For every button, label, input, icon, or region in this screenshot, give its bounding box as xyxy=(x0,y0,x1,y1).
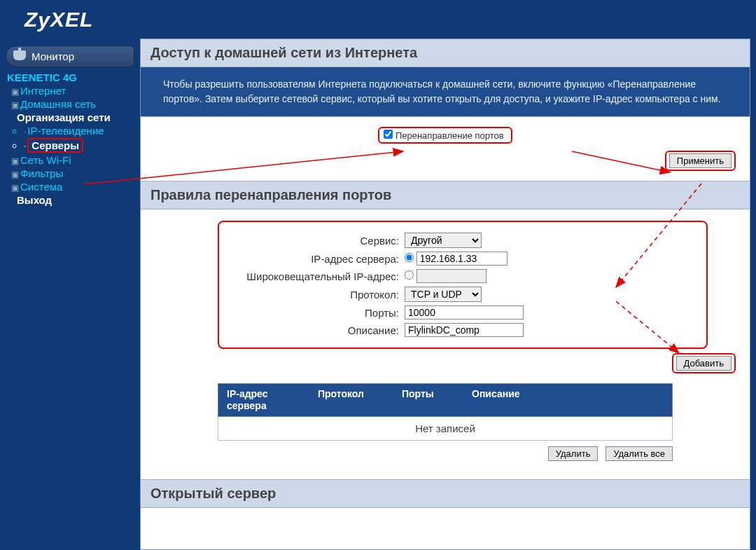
label-broadcast-ip: Широковещательный IP-адрес: xyxy=(226,270,405,282)
delete-button[interactable]: Удалить xyxy=(548,446,598,461)
port-forward-checkbox[interactable] xyxy=(384,130,393,139)
nav-home-net-label: Домашняя сеть xyxy=(20,98,96,110)
label-ports: Порты: xyxy=(226,307,405,319)
label-protocol: Протокол: xyxy=(226,289,405,301)
nav-internet-label: Интернет xyxy=(20,85,66,97)
ports-input[interactable] xyxy=(405,305,524,319)
nav-filters[interactable]: ▣Фильтры xyxy=(11,167,134,179)
server-ip-radio[interactable] xyxy=(405,253,414,262)
nav-wifi-label: Сеть Wi-Fi xyxy=(20,154,71,166)
content: Доступ к домашней сети из Интернета Чтоб… xyxy=(140,39,750,550)
th-ip: IP-адрес сервера xyxy=(218,384,309,416)
th-proto: Протокол xyxy=(309,384,393,416)
server-ip-input[interactable] xyxy=(416,252,507,266)
apply-button[interactable]: Применить xyxy=(669,153,732,168)
rules-table: IP-адрес сервера Протокол Порты Описание… xyxy=(218,383,673,441)
nav-system[interactable]: ▣Система xyxy=(11,181,134,193)
protocol-select[interactable]: TCP и UDP xyxy=(405,287,482,302)
nav-wifi[interactable]: ▣Сеть Wi-Fi xyxy=(11,154,134,166)
broadcast-ip-input xyxy=(416,269,486,283)
nav-home-net[interactable]: ▣Домашняя сеть xyxy=(11,98,134,110)
nav-iptv[interactable]: ·IP-телевидение xyxy=(24,125,134,137)
label-service: Сервис: xyxy=(226,235,405,247)
section3-title: Открытый сервер xyxy=(141,480,750,508)
nav-servers[interactable]: ·Серверы xyxy=(24,138,134,153)
label-description: Описание: xyxy=(226,324,405,336)
service-select[interactable]: Другой xyxy=(405,233,482,248)
nav-internet[interactable]: ▣Интернет xyxy=(11,85,134,97)
device-name: KEENETIC 4G xyxy=(7,71,134,83)
th-ports: Порты xyxy=(393,384,463,416)
delete-all-button[interactable]: Удалить все xyxy=(606,446,673,461)
nav-iptv-label: IP-телевидение xyxy=(27,125,104,137)
section2-title: Правила перенаправления портов xyxy=(141,181,750,209)
port-forward-label: Перенаправление портов xyxy=(396,130,504,141)
nav-servers-label: Серверы xyxy=(27,138,83,153)
brand-logo: ZyXEL xyxy=(24,8,93,32)
broadcast-ip-radio[interactable] xyxy=(405,270,414,280)
th-desc: Описание xyxy=(463,384,672,416)
label-server-ip: IP-адрес сервера: xyxy=(226,253,405,265)
description-input[interactable] xyxy=(405,323,524,337)
section1-title: Доступ к домашней сети из Интернета xyxy=(141,39,750,67)
add-button[interactable]: Добавить xyxy=(676,356,732,371)
nav-net-org[interactable]: Организация сети xyxy=(17,111,134,123)
nav-system-label: Система xyxy=(20,181,62,193)
monitor-button[interactable]: Монитор xyxy=(6,46,134,67)
sidebar: Монитор KEENETIC 4G ▣Интернет ▣Домашняя … xyxy=(0,39,140,550)
table-empty: Нет записей xyxy=(218,417,673,441)
rule-form: Сервис: Другой IP-адрес сервера: Шир xyxy=(218,221,708,349)
nav-filters-label: Фильтры xyxy=(20,167,63,179)
nav-exit[interactable]: Выход xyxy=(17,194,134,206)
section1-desc: Чтобы разрешить пользователям Интернета … xyxy=(141,67,750,117)
